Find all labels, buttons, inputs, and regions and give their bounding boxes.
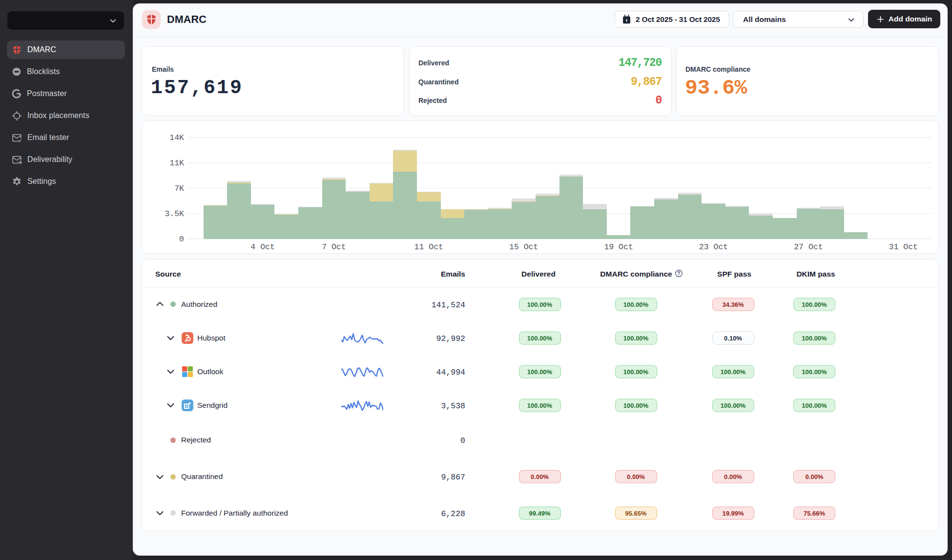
svg-text:14K: 14K <box>169 133 184 142</box>
svg-text:3.5K: 3.5K <box>165 209 184 219</box>
svg-text:31 Oct: 31 Oct <box>889 242 918 252</box>
svg-text:19 Oct: 19 Oct <box>604 242 633 252</box>
svg-text:0: 0 <box>179 235 184 244</box>
svg-text:7K: 7K <box>174 184 184 193</box>
svg-text:27 Oct: 27 Oct <box>794 242 823 252</box>
svg-text:11 Oct: 11 Oct <box>414 242 443 252</box>
svg-text:7 Oct: 7 Oct <box>322 242 346 252</box>
svg-text:11K: 11K <box>169 159 184 168</box>
svg-text:15 Oct: 15 Oct <box>509 242 538 252</box>
svg-text:23 Oct: 23 Oct <box>699 242 728 252</box>
svg-text:4 Oct: 4 Oct <box>250 242 275 252</box>
